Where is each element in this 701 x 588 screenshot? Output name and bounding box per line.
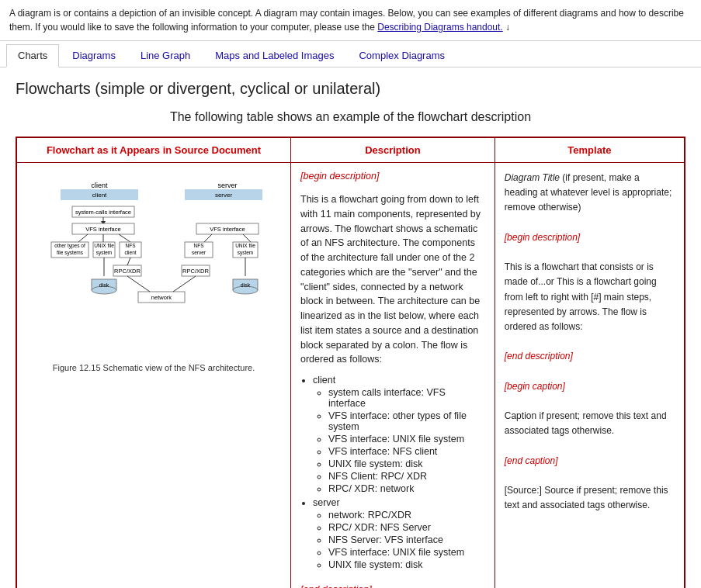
svg-text:client: client bbox=[124, 250, 136, 255]
svg-text:RPC/XDR: RPC/XDR bbox=[114, 268, 141, 275]
main-list: client system calls interface: VFS inter… bbox=[313, 375, 485, 570]
svg-text:server: server bbox=[192, 250, 206, 255]
svg-text:system: system bbox=[238, 250, 254, 256]
template-begin-caption-tag: [begin caption] bbox=[505, 379, 675, 394]
svg-text:system: system bbox=[96, 250, 113, 256]
svg-text:client: client bbox=[92, 192, 107, 199]
svg-text:client: client bbox=[91, 182, 108, 189]
svg-line-17 bbox=[243, 234, 251, 242]
diagram-container: client server client server system-calls… bbox=[26, 171, 281, 379]
main-content: Flowcharts (simple or divergent, cyclica… bbox=[0, 67, 701, 588]
list-subitem: NFS Client: RPC/ XDR bbox=[328, 471, 485, 482]
svg-text:RPC/XDR: RPC/XDR bbox=[182, 268, 209, 275]
svg-text:other types of: other types of bbox=[54, 243, 85, 249]
list-subitem: RPC/ XDR: NFS Server bbox=[328, 522, 485, 533]
template-content: Diagram Title (if present, make a headin… bbox=[505, 171, 675, 513]
svg-line-15 bbox=[119, 234, 130, 242]
svg-text:system-calls interface: system-calls interface bbox=[75, 209, 131, 216]
page-title: Flowcharts (simple or divergent, cyclica… bbox=[16, 80, 685, 98]
svg-text:UNIX file: UNIX file bbox=[94, 243, 114, 248]
svg-line-50 bbox=[127, 276, 150, 292]
col-header-description: Description bbox=[291, 137, 495, 163]
template-source-text: [Source:] Source if present; remove this… bbox=[505, 483, 675, 513]
svg-text:disk: disk bbox=[241, 282, 251, 288]
svg-line-13 bbox=[78, 234, 88, 242]
diagram-title-line: Diagram Title (if present, make a headin… bbox=[505, 171, 675, 216]
nav-tabs: Charts Diagrams Line Graph Maps and Labe… bbox=[0, 41, 701, 67]
flowchart-cell: client server client server system-calls… bbox=[16, 163, 291, 589]
flowchart-table: Flowchart as it Appears in Source Docume… bbox=[16, 137, 685, 588]
svg-text:server: server bbox=[217, 182, 237, 189]
svg-text:server: server bbox=[215, 192, 233, 199]
diagram-caption: Figure 12.15 Schematic view of the NFS a… bbox=[53, 363, 255, 372]
template-end-desc-tag: [end description] bbox=[505, 349, 675, 364]
list-subitem: network: RPC/XDR bbox=[328, 510, 485, 521]
svg-line-16 bbox=[204, 234, 212, 242]
list-subitem: UNIX file system: disk bbox=[328, 559, 485, 570]
tab-charts[interactable]: Charts bbox=[6, 44, 59, 67]
template-body: This is a flowchart that consists or is … bbox=[505, 260, 675, 334]
list-subitem: VFS interface: UNIX file system bbox=[328, 547, 485, 558]
svg-text:NFS: NFS bbox=[194, 243, 205, 248]
description-intro: This is a flowchart going from down to l… bbox=[300, 192, 485, 367]
description-cell: [begin description] This is a flowchart … bbox=[291, 163, 495, 589]
tab-maps[interactable]: Maps and Labeled Images bbox=[203, 44, 345, 67]
svg-text:NFS: NFS bbox=[126, 243, 137, 248]
list-subitem: RPC/ XDR: network bbox=[328, 483, 485, 494]
template-cell: Diagram Title (if present, make a headin… bbox=[495, 163, 685, 589]
svg-line-51 bbox=[173, 276, 196, 292]
server-sublist: network: RPC/XDR RPC/ XDR: NFS Server NF… bbox=[328, 510, 485, 570]
banner-text: A diagram is or contains a depiction of … bbox=[9, 8, 684, 33]
svg-text:disk: disk bbox=[99, 282, 109, 288]
col-header-template: Template bbox=[495, 137, 685, 163]
top-banner: A diagram is or contains a depiction of … bbox=[0, 0, 701, 41]
list-subitem: VFS interface: other types of file syste… bbox=[328, 410, 485, 432]
svg-text:network: network bbox=[151, 294, 172, 301]
svg-text:VFS interface: VFS interface bbox=[85, 226, 120, 233]
end-description-tag: [end description] bbox=[300, 584, 485, 588]
tab-complex[interactable]: Complex Diagrams bbox=[347, 44, 456, 67]
template-begin-tag: [begin description] bbox=[505, 230, 675, 245]
list-item-client: client system calls interface: VFS inter… bbox=[313, 375, 485, 494]
diagram-title-italic: Diagram Title bbox=[505, 172, 560, 183]
list-subitem: VFS interface: UNIX file system bbox=[328, 434, 485, 444]
svg-line-37 bbox=[127, 258, 130, 265]
list-item-server: server network: RPC/XDR RPC/ XDR: NFS Se… bbox=[313, 497, 485, 570]
begin-description-tag: [begin description] bbox=[300, 171, 485, 182]
nfs-diagram: client server client server system-calls… bbox=[29, 177, 278, 355]
handout-link[interactable]: Describing Diagrams handout. bbox=[377, 22, 502, 33]
tab-line-graph[interactable]: Line Graph bbox=[129, 44, 202, 67]
tab-diagrams[interactable]: Diagrams bbox=[61, 44, 127, 67]
subtitle: The following table shows an example of … bbox=[16, 110, 685, 124]
list-subitem: VFS interface: NFS client bbox=[328, 446, 485, 457]
svg-text:file systems: file systems bbox=[57, 250, 84, 256]
list-subitem: system calls interface: VFS interface bbox=[328, 387, 485, 409]
list-subitem: UNIX file system: disk bbox=[328, 458, 485, 469]
list-subitem: NFS Server: VFS interface bbox=[328, 534, 485, 545]
col-header-flowchart: Flowchart as it Appears in Source Docume… bbox=[16, 137, 291, 163]
template-end-caption-tag: [end caption] bbox=[505, 454, 675, 469]
client-sublist: system calls interface: VFS interface VF… bbox=[328, 387, 485, 494]
svg-text:UNIX file: UNIX file bbox=[235, 243, 255, 248]
template-caption-text: Caption if present; remove this text and… bbox=[505, 409, 675, 438]
svg-text:VFS interface: VFS interface bbox=[210, 226, 245, 233]
